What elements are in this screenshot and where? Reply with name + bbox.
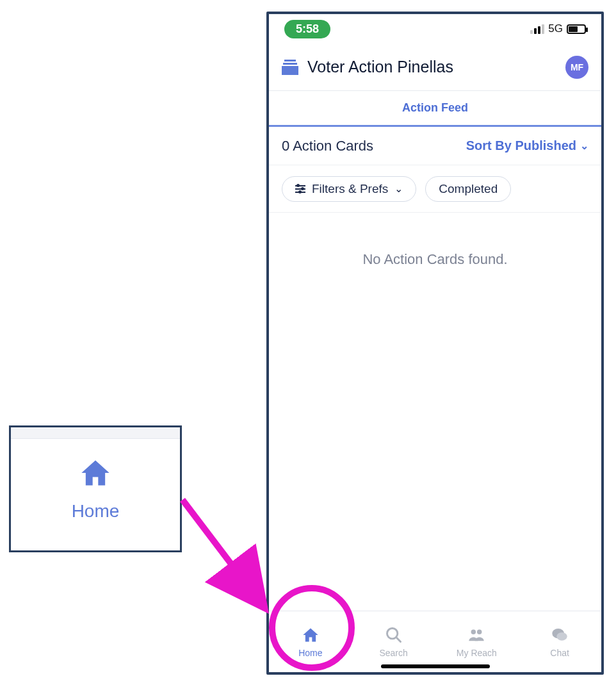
callout-label: Home — [72, 501, 120, 522]
callout-home-zoom: Home — [9, 425, 182, 552]
svg-rect-1 — [283, 63, 297, 65]
nav-label: Chat — [550, 648, 569, 658]
status-time: 5:58 — [284, 20, 330, 38]
nav-label: Search — [379, 648, 407, 658]
battery-icon — [567, 24, 586, 34]
status-bar: 5:58 5G — [269, 14, 601, 44]
nav-label: Home — [298, 648, 322, 658]
svg-rect-2 — [282, 66, 298, 75]
home-indicator — [381, 664, 490, 668]
svg-rect-0 — [284, 60, 296, 62]
empty-message: No Action Cards found. — [362, 251, 507, 267]
nav-search[interactable]: Search — [352, 611, 435, 672]
chevron-down-icon: ⌄ — [394, 183, 403, 195]
people-icon — [467, 626, 485, 644]
tab-action-feed[interactable]: Action Feed — [269, 91, 601, 127]
empty-state: No Action Cards found. — [269, 213, 601, 268]
status-right: 5G — [530, 22, 586, 35]
chips-row: Filters & Prefs ⌄ Completed — [269, 165, 601, 213]
chat-icon — [551, 626, 569, 644]
completed-chip[interactable]: Completed — [425, 176, 511, 202]
completed-label: Completed — [439, 182, 498, 196]
svg-point-6 — [477, 629, 482, 634]
nav-my-reach[interactable]: My Reach — [435, 611, 519, 672]
nav-chat[interactable]: Chat — [518, 611, 601, 672]
app-title: Voter Action Pinellas — [307, 58, 453, 76]
campaign-stack-icon[interactable] — [282, 60, 298, 75]
nav-home[interactable]: Home — [269, 611, 352, 672]
sliders-icon — [295, 185, 305, 193]
phone-frame: 5:58 5G Voter Action Pinellas MF Action … — [266, 12, 604, 675]
signal-icon — [530, 24, 544, 34]
nav-label: My Reach — [457, 648, 497, 658]
svg-line-4 — [396, 638, 400, 641]
svg-point-8 — [556, 632, 567, 640]
annotation-arrow — [182, 500, 265, 609]
network-label: 5G — [548, 22, 563, 35]
filters-label: Filters & Prefs — [312, 182, 388, 196]
sort-button[interactable]: Sort By Published ⌄ — [466, 138, 588, 153]
search-icon — [385, 626, 403, 644]
count-sort-row: 0 Action Cards Sort By Published ⌄ — [269, 127, 601, 165]
home-icon — [302, 626, 320, 644]
chevron-down-icon: ⌄ — [580, 140, 588, 152]
app-header: Voter Action Pinellas MF — [269, 44, 601, 91]
avatar[interactable]: MF — [565, 56, 588, 79]
sort-label: Sort By Published — [466, 138, 576, 153]
filters-prefs-chip[interactable]: Filters & Prefs ⌄ — [282, 176, 416, 202]
home-icon — [79, 456, 112, 490]
bottom-nav: Home Search My Reach Chat — [269, 611, 601, 672]
tab-label: Action Feed — [402, 101, 468, 115]
svg-point-5 — [471, 629, 476, 634]
action-cards-count: 0 Action Cards — [282, 138, 373, 154]
